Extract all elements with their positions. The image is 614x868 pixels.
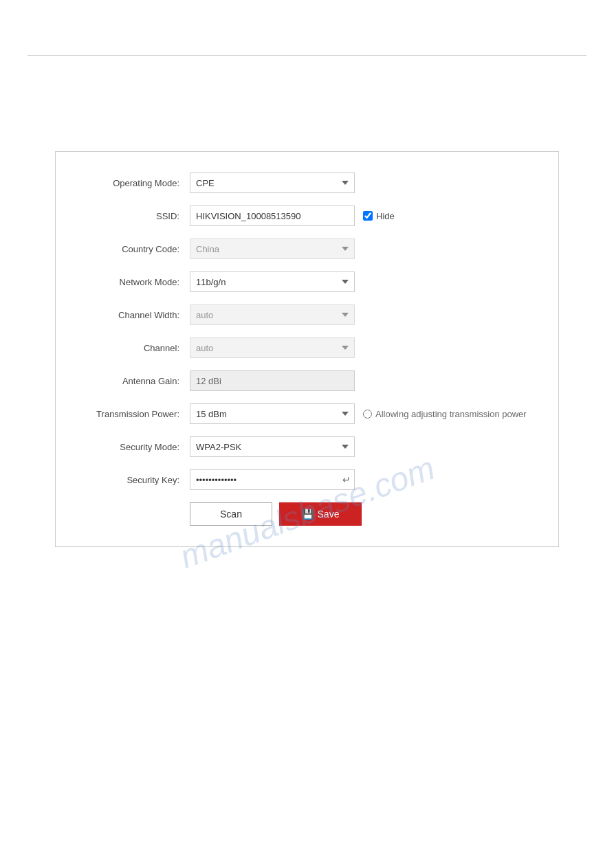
password-wrapper: ↵ (190, 469, 355, 490)
antenna-gain-row: Antenna Gain: (83, 370, 531, 391)
network-mode-select[interactable]: 11b/g/n 11b/g 11n (190, 271, 355, 292)
ssid-label: SSID: (83, 211, 190, 221)
operating-mode-row: Operating Mode: CPE AP Bridge (83, 173, 531, 193)
security-key-input[interactable] (190, 469, 355, 490)
buttons-row: Scan 💾 Save (190, 502, 531, 526)
channel-select[interactable]: auto 1 2 (190, 337, 355, 358)
country-code-select[interactable]: China (190, 238, 355, 259)
antenna-gain-input (190, 370, 355, 391)
ssid-input[interactable] (190, 205, 355, 226)
password-toggle-icon[interactable]: ↵ (342, 474, 351, 485)
ssid-row: SSID: Hide (83, 205, 531, 226)
hide-checkbox[interactable] (363, 211, 373, 221)
country-code-label: Country Code: (83, 244, 190, 254)
channel-width-label: Channel Width: (83, 310, 190, 320)
network-mode-row: Network Mode: 11b/g/n 11b/g 11n (83, 271, 531, 292)
allow-adjust-radio[interactable] (363, 410, 372, 419)
security-key-label: Security Key: (83, 475, 190, 485)
allow-adjust-label: Allowing adjusting transmission power (375, 409, 527, 419)
channel-row: Channel: auto 1 2 (83, 337, 531, 358)
operating-mode-label: Operating Mode: (83, 178, 190, 188)
operating-mode-select[interactable]: CPE AP Bridge (190, 173, 355, 193)
antenna-gain-label: Antenna Gain: (83, 376, 190, 386)
save-icon: 💾 (302, 509, 314, 520)
scan-button[interactable]: Scan (190, 502, 272, 526)
security-mode-row: Security Mode: WPA2-PSK WPA-PSK None (83, 436, 531, 457)
transmission-power-row: Transmission Power: 15 dBm 10 dBm 5 dBm … (83, 403, 531, 424)
security-mode-label: Security Mode: (83, 442, 190, 452)
transmission-power-select[interactable]: 15 dBm 10 dBm 5 dBm (190, 403, 355, 424)
allow-adjust-wrapper: Allowing adjusting transmission power (363, 409, 527, 419)
top-divider (28, 55, 586, 56)
security-key-row: Security Key: ↵ (83, 469, 531, 490)
save-button[interactable]: 💾 Save (279, 502, 362, 526)
channel-width-row: Channel Width: auto 20MHz 40MHz (83, 304, 531, 325)
transmission-power-label: Transmission Power: (83, 409, 190, 419)
channel-label: Channel: (83, 343, 190, 353)
hide-wrapper: Hide (363, 211, 395, 221)
country-code-row: Country Code: China (83, 238, 531, 259)
network-mode-label: Network Mode: (83, 277, 190, 287)
hide-label: Hide (376, 211, 395, 221)
save-button-label: Save (318, 509, 340, 520)
settings-form-container: Operating Mode: CPE AP Bridge SSID: Hide… (55, 151, 559, 547)
security-mode-select[interactable]: WPA2-PSK WPA-PSK None (190, 436, 355, 457)
channel-width-select[interactable]: auto 20MHz 40MHz (190, 304, 355, 325)
